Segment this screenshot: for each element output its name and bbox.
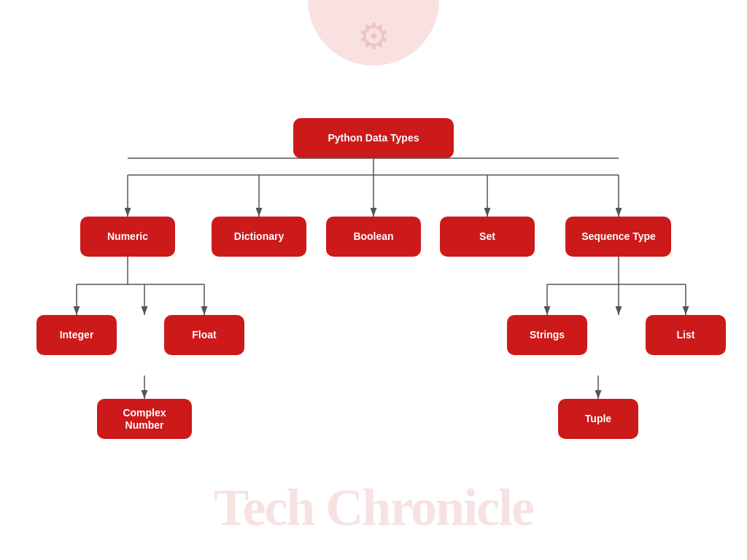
sequence-label: Sequence Type — [581, 230, 656, 242]
strings-label: Strings — [530, 329, 565, 341]
diagram: Python Data Types Numeric Dictionary Boo… — [0, 0, 747, 560]
complex-label: Complex — [123, 407, 166, 419]
list-label: List — [677, 329, 695, 341]
boolean-label: Boolean — [353, 230, 393, 242]
complex-label2: Number — [125, 419, 164, 431]
tuple-label: Tuple — [585, 413, 612, 424]
dictionary-label: Dictionary — [234, 230, 285, 242]
root-label: Python Data Types — [328, 132, 419, 144]
float-label: Float — [192, 329, 217, 341]
integer-label: Integer — [60, 329, 94, 341]
numeric-label: Numeric — [107, 230, 148, 242]
set-label: Set — [479, 230, 495, 242]
